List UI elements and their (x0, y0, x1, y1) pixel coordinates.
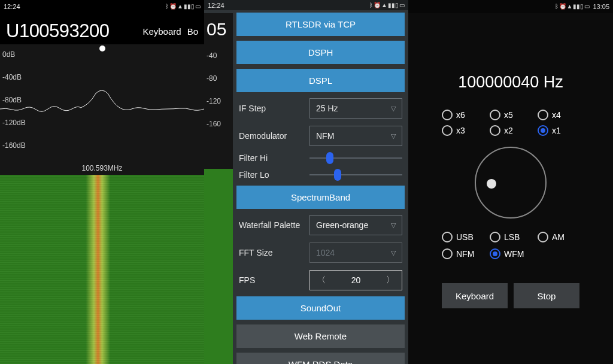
stepper-increment[interactable]: 〉 (384, 275, 397, 286)
battery-icon: ▭ (195, 4, 201, 10)
radio-icon (538, 110, 548, 120)
palette-value: Green-orange (316, 220, 368, 230)
mode-lsb[interactable]: LSB (490, 232, 532, 242)
palette-select[interactable]: Green-orange ▽ (309, 215, 402, 235)
mult-x3[interactable]: x3 (442, 125, 484, 136)
palette-label: Waterfall Palette (239, 220, 305, 230)
chevron-down-icon: ▽ (391, 222, 396, 229)
axis-tick: 0dB (2, 50, 26, 59)
slider-thumb[interactable] (334, 169, 341, 181)
axis-tick: -160 (207, 120, 233, 128)
bluetooth-icon: ᛒ (165, 4, 169, 10)
settings-panel: 12:24 ᛒ ⏰ ▲ ▮▮▯ ▭ 05 -40 -80 -120 -160 R… (204, 0, 408, 364)
mult-x4[interactable]: x4 (538, 110, 579, 120)
battery-icon: ▭ (584, 4, 590, 10)
demodulator-value: NFM (316, 131, 334, 141)
filterhi-slider[interactable] (309, 157, 402, 159)
signal-icon: ▮▮▯ (388, 2, 399, 8)
filterhi-label: Filter Hi (239, 153, 305, 163)
dsph-button[interactable]: DSPH (236, 41, 405, 64)
center-frequency-label: 100.593MHz (81, 164, 122, 172)
status-time: 12:24 (208, 2, 224, 9)
axis-tick: -120 (207, 97, 233, 105)
mult-x2[interactable]: x2 (490, 125, 532, 136)
axis-tick: -120dB (2, 119, 26, 127)
fps-label: FPS (239, 275, 305, 285)
keyboard-link[interactable]: Keyboard (142, 26, 181, 37)
status-bar: 12:24 ᛒ ⏰ ▲ ▮▮▯ ▭ (204, 0, 408, 10)
status-bar: ᛒ ⏰ ▲ ▮▮▯ ▭ 13:05 (408, 0, 613, 13)
rds-data-button[interactable]: WFM RDS Data (236, 353, 405, 364)
radio-icon (442, 125, 453, 136)
axis-tick: -40 (207, 51, 233, 60)
spectrum-trace (0, 86, 204, 116)
ifstep-value: 25 Hz (316, 104, 338, 113)
spectrum-plot[interactable]: 0dB -40dB -80dB -120dB -160dB 100.593MHz (0, 44, 204, 175)
fps-value: 20 (351, 275, 361, 285)
bookmark-link-partial[interactable]: Bo (187, 26, 198, 37)
chevron-down-icon: ▽ (391, 132, 396, 140)
chevron-down-icon: ▽ (391, 105, 396, 113)
source-button[interactable]: RTLSDR via TCP (236, 13, 405, 36)
radio-icon (490, 232, 500, 242)
mode-usb[interactable]: USB (442, 232, 484, 242)
fftsize-value: 1024 (316, 248, 335, 257)
keyboard-button[interactable]: Keyboard (442, 283, 508, 308)
status-icons: ᛒ ⏰ ▲ ▮▮▯ ▭ (165, 4, 201, 10)
spectrum-panel: 12:24 ᛒ ⏰ ▲ ▮▮▯ ▭ U100593200 Keyboard Bo… (0, 0, 204, 364)
waterfall-display[interactable] (0, 175, 204, 364)
radio-icon (442, 110, 453, 120)
mode-nfm[interactable]: NFM (442, 248, 484, 259)
fftsize-label: FFT Size (239, 248, 305, 257)
dspl-button[interactable]: DSPL (236, 69, 405, 92)
mult-x6[interactable]: x6 (442, 110, 484, 120)
chevron-down-icon: ▽ (391, 249, 396, 257)
signal-icon: ▮▮▯ (184, 4, 195, 10)
stop-button[interactable]: Stop (514, 283, 579, 308)
tuning-panel: ᛒ ⏰ ▲ ▮▮▯ ▭ 13:05 100000040 Hz x6 x5 x4 … (408, 0, 613, 364)
demodulator-select[interactable]: NFM ▽ (309, 126, 402, 146)
header-row: U100593200 Keyboard Bo (0, 13, 204, 44)
radio-icon (490, 248, 500, 259)
tuning-marker[interactable] (99, 46, 105, 51)
stepper-decrement[interactable]: 〈 (315, 275, 328, 286)
tuning-dial[interactable] (475, 147, 547, 219)
fps-stepper[interactable]: 〈 20 〉 (309, 270, 402, 290)
peek-frequency-fragment: 05 (204, 13, 233, 40)
radio-icon (538, 232, 548, 242)
battery-icon: ▭ (399, 2, 405, 8)
radio-icon (490, 110, 500, 120)
status-time: 13:05 (593, 4, 609, 10)
ifstep-select[interactable]: 25 Hz ▽ (309, 98, 402, 119)
radio-icon (490, 125, 500, 136)
wifi-icon: ▲ (381, 2, 387, 8)
status-bar: 12:24 ᛒ ⏰ ▲ ▮▮▯ ▭ (0, 0, 204, 13)
axis-tick: -40dB (2, 73, 26, 81)
wifi-icon: ▲ (567, 4, 573, 10)
filterlo-label: Filter Lo (239, 170, 305, 180)
mode-wfm[interactable]: WFM (490, 248, 532, 259)
alarm-icon: ⏰ (169, 4, 177, 10)
bluetooth-icon: ᛒ (369, 2, 373, 8)
demodulator-label: Demodulator (239, 131, 305, 141)
multiplier-grid: x6 x5 x4 x3 x2 x1 (442, 110, 579, 136)
mult-x1[interactable]: x1 (538, 125, 579, 136)
status-time: 12:24 (4, 3, 20, 10)
radio-icon (538, 125, 548, 136)
mode-am[interactable]: AM (538, 232, 579, 242)
bluetooth-icon: ᛒ (555, 4, 559, 10)
underlying-spectrum-peek: 05 -40 -80 -120 -160 (204, 13, 233, 364)
axis-tick: -80 (207, 74, 233, 83)
spectrumband-button[interactable]: SpectrumBand (236, 186, 405, 209)
soundout-button[interactable]: SoundOut (236, 296, 405, 320)
status-icons: ᛒ ⏰ ▲ ▮▮▯ ▭ 13:05 (555, 4, 609, 10)
filterlo-slider[interactable] (309, 174, 402, 175)
alarm-icon: ⏰ (559, 4, 566, 10)
webremote-button[interactable]: Web Remote (236, 324, 405, 348)
slider-thumb[interactable] (326, 152, 333, 164)
ifstep-label: IF Step (239, 104, 305, 113)
signal-icon: ▮▮▯ (573, 4, 584, 10)
mult-x5[interactable]: x5 (490, 110, 532, 120)
frequency-display[interactable]: U100593200 (6, 20, 110, 42)
action-row: Keyboard Stop (442, 283, 579, 308)
